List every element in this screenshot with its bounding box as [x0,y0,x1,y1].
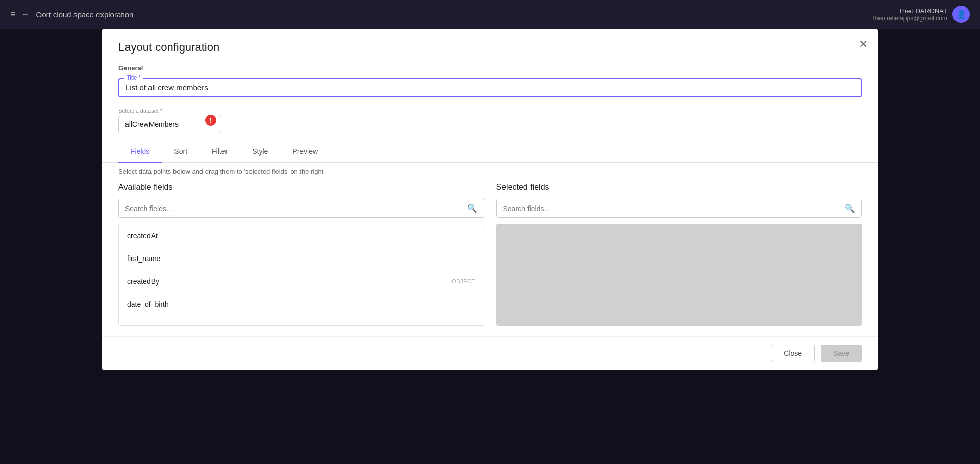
selected-search-icon: 🔍 [845,203,855,213]
user-info: Theo DARONAT theo.reliefapps@gmail.com [873,7,947,22]
available-search-input[interactable] [125,204,463,213]
title-field-wrapper: Title * [118,78,862,97]
modal-overlay: Layout configuration ✕ General Title * S… [0,29,980,464]
modal-header: Layout configuration ✕ [102,29,878,64]
selected-search-box: 🔍 [496,199,862,218]
general-section: General Title * [102,64,878,108]
field-item-createdAt[interactable]: createdAt [119,224,484,247]
tab-fields[interactable]: Fields [118,141,162,163]
modal-title: Layout configuration [118,41,862,54]
tab-preview[interactable]: Preview [280,141,330,163]
fields-section: Available fields 🔍 createdAt first_na [102,183,878,336]
dataset-section: Select a dataset * allCrewMembers ! [102,108,878,141]
dataset-error-icon: ! [205,115,216,126]
dataset-label: Select a dataset * [118,108,220,114]
close-footer-button[interactable]: Close [771,345,815,362]
field-tag: OBJECT [451,278,475,285]
save-button[interactable]: Save [821,345,862,362]
avatar-icon: 👤 [956,10,966,19]
available-field-list: createdAt first_name createdBy OBJECT [118,224,484,326]
hint-text: Select data points below and drag them t… [102,163,878,183]
topbar: ≡ ← Oort cloud space exploration Theo DA… [0,0,980,29]
tab-filter[interactable]: Filter [199,141,240,163]
tab-style[interactable]: Style [240,141,280,163]
available-fields-title: Available fields [118,183,484,192]
dataset-value: allCrewMembers [125,120,179,128]
title-input[interactable] [125,83,855,92]
user-email: theo.reliefapps@gmail.com [873,15,947,22]
close-button[interactable]: ✕ [859,39,868,50]
field-name: date_of_birth [127,300,169,308]
selected-fields-area[interactable] [496,224,862,326]
menu-icon[interactable]: ≡ [10,9,16,20]
tab-sort[interactable]: Sort [162,141,199,163]
available-search-box: 🔍 [118,199,484,218]
fields-columns: Available fields 🔍 createdAt first_na [118,183,862,326]
available-fields-column: Available fields 🔍 createdAt first_na [118,183,484,326]
field-item-date-of-birth[interactable]: date_of_birth [119,293,484,316]
modal-footer: Close Save [102,336,878,370]
dataset-field-wrapper: Select a dataset * allCrewMembers ! [118,108,220,133]
modal-content: General Title * Select a dataset * allCr… [102,64,878,336]
back-icon[interactable]: ← [22,10,30,19]
topbar-title: Oort cloud space exploration [36,10,134,19]
field-name: createdBy [127,277,159,286]
layout-config-modal: Layout configuration ✕ General Title * S… [102,29,878,370]
field-name: first_name [127,254,160,263]
topbar-left: ≡ ← Oort cloud space exploration [10,9,133,20]
topbar-right: Theo DARONAT theo.reliefapps@gmail.com 👤 [873,6,970,23]
general-label: General [118,64,862,72]
available-search-icon: 🔍 [467,203,478,213]
tabs-bar: Fields Sort Filter Style Preview [102,141,878,163]
selected-fields-title: Selected fields [496,183,862,192]
field-item-createdBy[interactable]: createdBy OBJECT [119,270,484,293]
selected-fields-column: Selected fields 🔍 [496,183,862,326]
selected-search-input[interactable] [503,204,841,213]
field-item-first-name[interactable]: first_name [119,247,484,270]
avatar[interactable]: 👤 [952,6,970,23]
field-name: createdAt [127,231,158,240]
user-name: Theo DARONAT [873,7,947,15]
title-field-label: Title * [124,74,143,81]
